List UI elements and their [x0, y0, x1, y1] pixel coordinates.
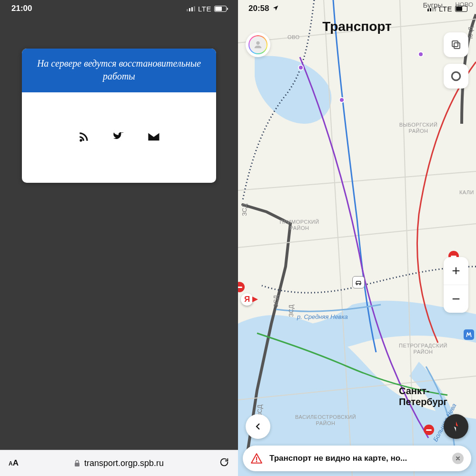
twitter-icon[interactable] [112, 131, 125, 144]
chevron-left-icon [254, 422, 262, 431]
status-bar: 20:58 LTE [238, 0, 476, 17]
status-indicators: LTE [187, 5, 227, 13]
metro-station-dot[interactable] [298, 65, 304, 70]
incident-icon[interactable] [352, 276, 365, 288]
status-time-right: 20:58 [248, 4, 279, 13]
network-label: LTE [439, 5, 452, 13]
map-canvas[interactable] [238, 0, 476, 476]
maintenance-message: На сервере ведутся восстановительные раб… [22, 49, 216, 92]
rss-icon[interactable] [78, 130, 90, 145]
svg-point-2 [356, 284, 357, 285]
snackbar-close-button[interactable] [452, 453, 464, 464]
activity-button[interactable] [444, 64, 468, 89]
layers-icon [450, 39, 462, 50]
left-screenshot: 21:00 LTE На сервере ведутся восстановит… [0, 0, 238, 476]
signal-icon [187, 6, 195, 11]
url-domain[interactable]: transport.orgp.spb.ru [25, 458, 212, 468]
lock-icon [74, 459, 80, 467]
metro-station-dot[interactable] [339, 97, 345, 103]
svg-point-3 [359, 284, 361, 285]
metro-station-dot[interactable] [418, 51, 424, 57]
browser-url-bar[interactable]: AA transport.orgp.spb.ru [0, 450, 238, 476]
maintenance-card: На сервере ведутся восстановительные раб… [22, 49, 216, 183]
svg-rect-6 [454, 43, 460, 49]
svg-rect-0 [75, 463, 79, 466]
reader-mode-button[interactable]: AA [9, 458, 19, 468]
snackbar-text: Транспорт не видно на карте, но... [269, 454, 446, 463]
compass-button[interactable] [444, 414, 468, 439]
svg-point-4 [256, 41, 259, 45]
battery-icon [214, 6, 227, 12]
zoom-controls: + − [444, 257, 468, 313]
battery-icon [455, 6, 467, 12]
svg-point-7 [452, 72, 460, 80]
profile-button[interactable] [246, 32, 270, 57]
alert-icon [250, 453, 263, 464]
reload-button[interactable] [219, 457, 229, 470]
status-bar: 21:00 LTE [0, 0, 238, 17]
app-title: Транспорт [238, 19, 476, 34]
ring-icon [450, 70, 462, 82]
zoom-in-button[interactable]: + [444, 257, 468, 285]
compass-icon [450, 420, 462, 433]
snackbar[interactable]: Транспорт не видно на карте, но... [243, 446, 471, 471]
svg-point-9 [256, 461, 258, 462]
location-arrow-icon [272, 5, 279, 11]
close-icon [456, 456, 460, 461]
signal-icon [427, 6, 436, 11]
layers-button[interactable] [444, 32, 468, 57]
status-indicators: LTE [427, 5, 467, 13]
user-icon [253, 40, 263, 50]
status-time: 21:00 [11, 4, 32, 13]
card-icons [22, 92, 216, 183]
mail-icon[interactable] [147, 132, 160, 143]
right-screenshot: ОВО Бугры НОВО КАД ВЫБОРГСКИЙ РАЙОН КАЛИ… [238, 0, 476, 476]
svg-rect-5 [452, 41, 458, 47]
network-label: LTE [198, 5, 211, 13]
metro-logo-icon[interactable] [464, 329, 474, 340]
yandex-pin[interactable]: Я [241, 293, 253, 306]
zoom-out-button[interactable]: − [444, 285, 468, 313]
back-button[interactable] [246, 414, 270, 439]
no-entry-icon[interactable] [424, 425, 434, 435]
